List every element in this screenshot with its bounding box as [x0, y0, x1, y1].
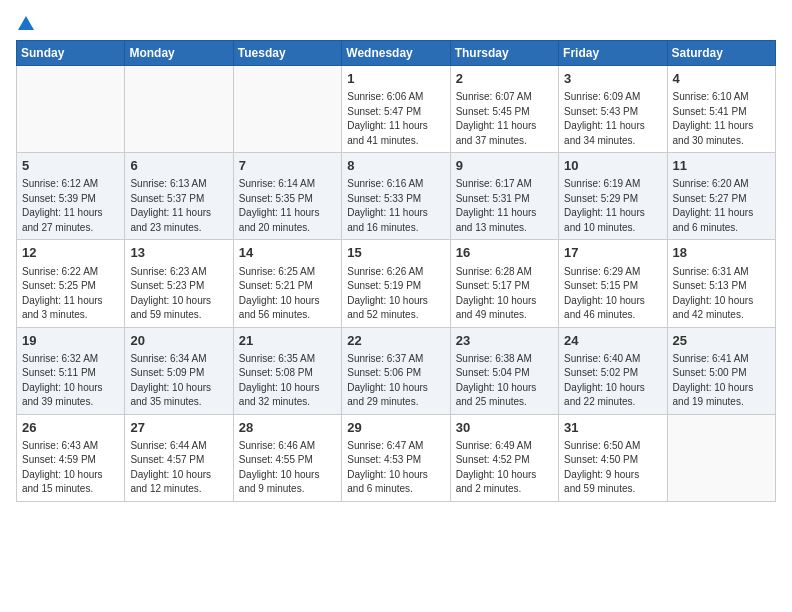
day-number: 23 [456, 332, 553, 350]
calendar-cell: 22Sunrise: 6:37 AM Sunset: 5:06 PM Dayli… [342, 327, 450, 414]
day-info: Sunrise: 6:37 AM Sunset: 5:06 PM Dayligh… [347, 352, 444, 410]
calendar-cell: 27Sunrise: 6:44 AM Sunset: 4:57 PM Dayli… [125, 414, 233, 501]
day-info: Sunrise: 6:26 AM Sunset: 5:19 PM Dayligh… [347, 265, 444, 323]
weekday-saturday: Saturday [667, 41, 775, 66]
day-info: Sunrise: 6:35 AM Sunset: 5:08 PM Dayligh… [239, 352, 336, 410]
calendar-week-1: 1Sunrise: 6:06 AM Sunset: 5:47 PM Daylig… [17, 66, 776, 153]
day-info: Sunrise: 6:47 AM Sunset: 4:53 PM Dayligh… [347, 439, 444, 497]
day-info: Sunrise: 6:43 AM Sunset: 4:59 PM Dayligh… [22, 439, 119, 497]
calendar-cell [233, 66, 341, 153]
day-info: Sunrise: 6:17 AM Sunset: 5:31 PM Dayligh… [456, 177, 553, 235]
day-info: Sunrise: 6:07 AM Sunset: 5:45 PM Dayligh… [456, 90, 553, 148]
calendar-cell: 14Sunrise: 6:25 AM Sunset: 5:21 PM Dayli… [233, 240, 341, 327]
calendar-cell [667, 414, 775, 501]
day-info: Sunrise: 6:41 AM Sunset: 5:00 PM Dayligh… [673, 352, 770, 410]
day-info: Sunrise: 6:19 AM Sunset: 5:29 PM Dayligh… [564, 177, 661, 235]
calendar-cell: 6Sunrise: 6:13 AM Sunset: 5:37 PM Daylig… [125, 153, 233, 240]
calendar-cell: 4Sunrise: 6:10 AM Sunset: 5:41 PM Daylig… [667, 66, 775, 153]
weekday-friday: Friday [559, 41, 667, 66]
day-number: 18 [673, 244, 770, 262]
calendar-cell: 29Sunrise: 6:47 AM Sunset: 4:53 PM Dayli… [342, 414, 450, 501]
calendar-cell: 17Sunrise: 6:29 AM Sunset: 5:15 PM Dayli… [559, 240, 667, 327]
calendar-cell: 25Sunrise: 6:41 AM Sunset: 5:00 PM Dayli… [667, 327, 775, 414]
calendar-cell: 24Sunrise: 6:40 AM Sunset: 5:02 PM Dayli… [559, 327, 667, 414]
calendar-cell: 16Sunrise: 6:28 AM Sunset: 5:17 PM Dayli… [450, 240, 558, 327]
calendar-cell: 11Sunrise: 6:20 AM Sunset: 5:27 PM Dayli… [667, 153, 775, 240]
day-number: 26 [22, 419, 119, 437]
day-number: 20 [130, 332, 227, 350]
day-number: 1 [347, 70, 444, 88]
day-number: 8 [347, 157, 444, 175]
day-number: 11 [673, 157, 770, 175]
day-number: 25 [673, 332, 770, 350]
calendar-cell: 7Sunrise: 6:14 AM Sunset: 5:35 PM Daylig… [233, 153, 341, 240]
day-number: 16 [456, 244, 553, 262]
day-number: 31 [564, 419, 661, 437]
day-number: 3 [564, 70, 661, 88]
day-info: Sunrise: 6:38 AM Sunset: 5:04 PM Dayligh… [456, 352, 553, 410]
day-info: Sunrise: 6:06 AM Sunset: 5:47 PM Dayligh… [347, 90, 444, 148]
calendar-week-5: 26Sunrise: 6:43 AM Sunset: 4:59 PM Dayli… [17, 414, 776, 501]
day-number: 7 [239, 157, 336, 175]
calendar-cell: 28Sunrise: 6:46 AM Sunset: 4:55 PM Dayli… [233, 414, 341, 501]
day-info: Sunrise: 6:09 AM Sunset: 5:43 PM Dayligh… [564, 90, 661, 148]
calendar-cell: 30Sunrise: 6:49 AM Sunset: 4:52 PM Dayli… [450, 414, 558, 501]
day-number: 17 [564, 244, 661, 262]
day-info: Sunrise: 6:34 AM Sunset: 5:09 PM Dayligh… [130, 352, 227, 410]
day-number: 4 [673, 70, 770, 88]
calendar-cell [17, 66, 125, 153]
day-number: 2 [456, 70, 553, 88]
calendar-cell [125, 66, 233, 153]
day-number: 19 [22, 332, 119, 350]
day-number: 12 [22, 244, 119, 262]
day-info: Sunrise: 6:14 AM Sunset: 5:35 PM Dayligh… [239, 177, 336, 235]
calendar-cell: 19Sunrise: 6:32 AM Sunset: 5:11 PM Dayli… [17, 327, 125, 414]
day-number: 22 [347, 332, 444, 350]
calendar-cell: 12Sunrise: 6:22 AM Sunset: 5:25 PM Dayli… [17, 240, 125, 327]
calendar-cell: 8Sunrise: 6:16 AM Sunset: 5:33 PM Daylig… [342, 153, 450, 240]
day-number: 28 [239, 419, 336, 437]
day-info: Sunrise: 6:28 AM Sunset: 5:17 PM Dayligh… [456, 265, 553, 323]
day-info: Sunrise: 6:32 AM Sunset: 5:11 PM Dayligh… [22, 352, 119, 410]
calendar-cell: 3Sunrise: 6:09 AM Sunset: 5:43 PM Daylig… [559, 66, 667, 153]
day-number: 6 [130, 157, 227, 175]
weekday-thursday: Thursday [450, 41, 558, 66]
weekday-monday: Monday [125, 41, 233, 66]
day-number: 27 [130, 419, 227, 437]
day-number: 24 [564, 332, 661, 350]
calendar-cell: 9Sunrise: 6:17 AM Sunset: 5:31 PM Daylig… [450, 153, 558, 240]
calendar-table: SundayMondayTuesdayWednesdayThursdayFrid… [16, 40, 776, 502]
day-info: Sunrise: 6:20 AM Sunset: 5:27 PM Dayligh… [673, 177, 770, 235]
calendar-cell: 2Sunrise: 6:07 AM Sunset: 5:45 PM Daylig… [450, 66, 558, 153]
calendar-week-2: 5Sunrise: 6:12 AM Sunset: 5:39 PM Daylig… [17, 153, 776, 240]
calendar-cell: 21Sunrise: 6:35 AM Sunset: 5:08 PM Dayli… [233, 327, 341, 414]
calendar-cell: 26Sunrise: 6:43 AM Sunset: 4:59 PM Dayli… [17, 414, 125, 501]
day-number: 9 [456, 157, 553, 175]
day-info: Sunrise: 6:31 AM Sunset: 5:13 PM Dayligh… [673, 265, 770, 323]
weekday-tuesday: Tuesday [233, 41, 341, 66]
calendar-cell: 31Sunrise: 6:50 AM Sunset: 4:50 PM Dayli… [559, 414, 667, 501]
day-number: 5 [22, 157, 119, 175]
day-info: Sunrise: 6:25 AM Sunset: 5:21 PM Dayligh… [239, 265, 336, 323]
day-info: Sunrise: 6:46 AM Sunset: 4:55 PM Dayligh… [239, 439, 336, 497]
calendar-cell: 20Sunrise: 6:34 AM Sunset: 5:09 PM Dayli… [125, 327, 233, 414]
logo-triangle-icon [18, 16, 34, 30]
day-info: Sunrise: 6:40 AM Sunset: 5:02 PM Dayligh… [564, 352, 661, 410]
day-info: Sunrise: 6:22 AM Sunset: 5:25 PM Dayligh… [22, 265, 119, 323]
calendar-cell: 13Sunrise: 6:23 AM Sunset: 5:23 PM Dayli… [125, 240, 233, 327]
day-number: 15 [347, 244, 444, 262]
weekday-sunday: Sunday [17, 41, 125, 66]
calendar-week-3: 12Sunrise: 6:22 AM Sunset: 5:25 PM Dayli… [17, 240, 776, 327]
calendar-cell: 15Sunrise: 6:26 AM Sunset: 5:19 PM Dayli… [342, 240, 450, 327]
day-number: 13 [130, 244, 227, 262]
calendar-cell: 5Sunrise: 6:12 AM Sunset: 5:39 PM Daylig… [17, 153, 125, 240]
page-header [16, 16, 776, 30]
day-info: Sunrise: 6:12 AM Sunset: 5:39 PM Dayligh… [22, 177, 119, 235]
day-info: Sunrise: 6:44 AM Sunset: 4:57 PM Dayligh… [130, 439, 227, 497]
day-number: 21 [239, 332, 336, 350]
logo [16, 16, 34, 30]
day-info: Sunrise: 6:10 AM Sunset: 5:41 PM Dayligh… [673, 90, 770, 148]
day-info: Sunrise: 6:16 AM Sunset: 5:33 PM Dayligh… [347, 177, 444, 235]
day-info: Sunrise: 6:23 AM Sunset: 5:23 PM Dayligh… [130, 265, 227, 323]
calendar-cell: 23Sunrise: 6:38 AM Sunset: 5:04 PM Dayli… [450, 327, 558, 414]
